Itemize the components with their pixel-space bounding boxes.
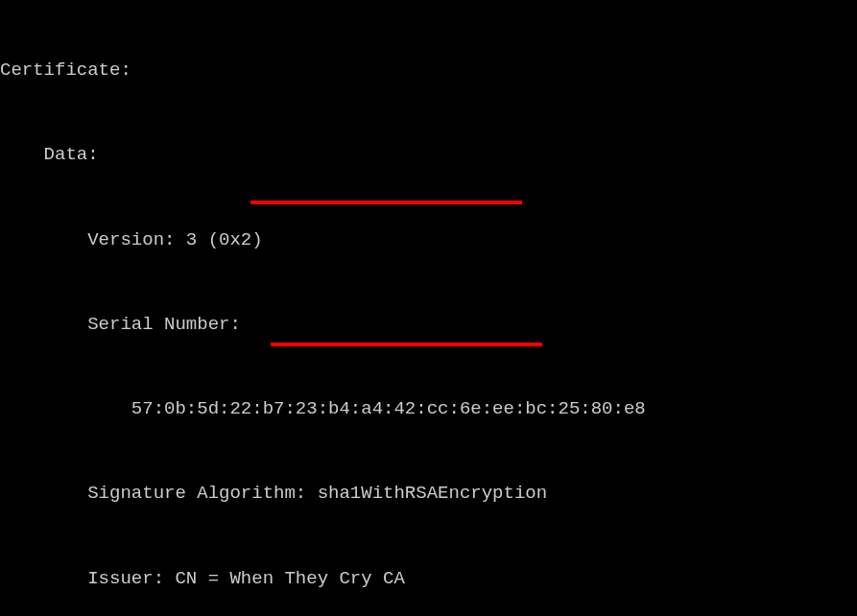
cert-line: Version: 3 (0x2) [0,226,857,254]
cert-line: Serial Number: [0,311,857,339]
cert-line-issuer: Issuer: CN = When They Cry CA [0,565,857,593]
annotation-underline-issuer [250,201,522,204]
cert-line: 57:0b:5d:22:b7:23:b4:a4:42:cc:6e:ee:bc:2… [0,395,857,423]
terminal-output: Certificate: Data: Version: 3 (0x2) Seri… [0,0,857,616]
annotation-underline-subject [271,343,542,346]
cert-line: Signature Algorithm: sha1WithRSAEncrypti… [0,480,857,508]
cert-line: Data: [0,141,857,169]
cert-line: Certificate: [0,57,857,84]
